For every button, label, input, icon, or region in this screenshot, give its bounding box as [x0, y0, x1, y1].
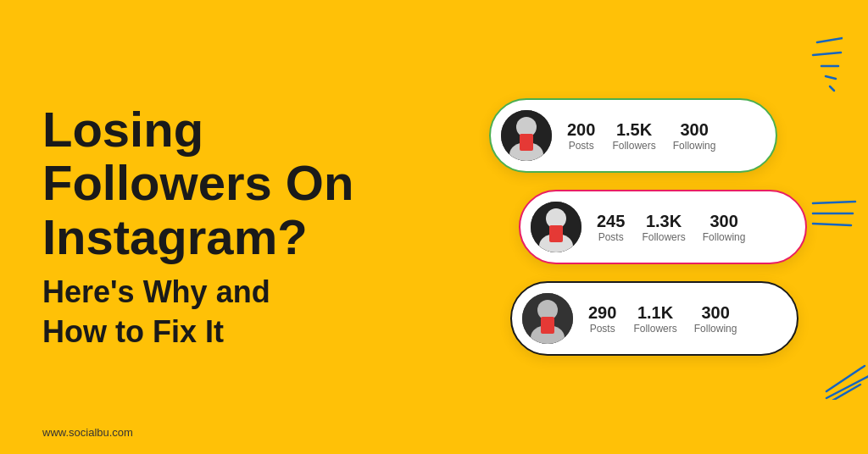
sub-title: Here's Why andHow to Fix It — [42, 273, 364, 352]
avatar-2 — [531, 202, 581, 252]
followers-number-2: 1.3K — [646, 212, 682, 231]
avatar-1 — [501, 110, 552, 161]
avatar-3 — [522, 293, 573, 344]
svg-line-13 — [813, 202, 855, 203]
stat-following-1: 300 Following — [673, 120, 716, 152]
following-label-1: Following — [673, 140, 716, 152]
svg-rect-12 — [549, 225, 563, 242]
following-number-3: 300 — [701, 303, 729, 323]
svg-rect-8 — [520, 134, 533, 151]
following-label-3: Following — [694, 323, 737, 335]
following-number-2: 300 — [709, 212, 737, 231]
profile-card-2: 245 Posts 1.3K Followers 300 Following — [519, 190, 807, 264]
posts-number-1: 200 — [567, 120, 595, 140]
followers-number-1: 1.5K — [616, 120, 652, 140]
stat-followers-2: 1.3K Followers — [642, 212, 685, 243]
deco-bottom-left — [822, 357, 868, 403]
website-url: www.socialbu.com — [42, 426, 133, 439]
posts-number-3: 290 — [588, 303, 616, 323]
svg-line-21 — [826, 376, 868, 398]
main-title: LosingFollowers OnInstagram? — [42, 102, 364, 264]
followers-number-3: 1.1K — [637, 303, 673, 323]
following-label-2: Following — [703, 231, 746, 243]
stat-posts-3: 290 Posts — [588, 303, 616, 335]
profile-card-3: 290 Posts 1.1K Followers 300 Following — [510, 281, 798, 356]
stat-followers-3: 1.1K Followers — [633, 303, 676, 335]
posts-label-3: Posts — [590, 323, 615, 335]
svg-line-20 — [826, 366, 865, 391]
posts-label-1: Posts — [569, 140, 594, 152]
stat-posts-1: 200 Posts — [567, 120, 595, 152]
followers-label-2: Followers — [642, 231, 685, 243]
following-number-1: 300 — [680, 120, 708, 140]
followers-label-1: Followers — [612, 140, 655, 152]
deco-top-right — [775, 34, 843, 97]
stat-following-2: 300 Following — [703, 212, 746, 243]
svg-rect-19 — [541, 317, 554, 334]
stats-3: 290 Posts 1.1K Followers 300 Following — [588, 303, 780, 335]
stats-1: 200 Posts 1.5K Followers 300 Following — [567, 120, 759, 152]
svg-line-1 — [813, 53, 841, 55]
svg-line-22 — [826, 385, 860, 400]
page-container: LosingFollowers OnInstagram? Here's Why … — [0, 0, 868, 454]
right-section: 200 Posts 1.5K Followers 300 Following — [407, 0, 868, 454]
stat-posts-2: 245 Posts — [597, 212, 625, 243]
left-section: LosingFollowers OnInstagram? Here's Why … — [0, 69, 407, 386]
stat-following-3: 300 Following — [694, 303, 737, 335]
profile-card-1: 200 Posts 1.5K Followers 300 Following — [489, 98, 777, 173]
stat-followers-1: 1.5K Followers — [612, 120, 655, 152]
deco-mid-right — [809, 195, 860, 241]
svg-line-3 — [826, 76, 836, 79]
svg-line-4 — [830, 86, 834, 91]
stats-2: 245 Posts 1.3K Followers 300 Following — [597, 212, 788, 243]
svg-line-0 — [817, 38, 843, 42]
svg-line-15 — [813, 224, 851, 225]
posts-label-2: Posts — [598, 231, 624, 243]
followers-label-3: Followers — [633, 323, 676, 335]
posts-number-2: 245 — [597, 212, 625, 231]
